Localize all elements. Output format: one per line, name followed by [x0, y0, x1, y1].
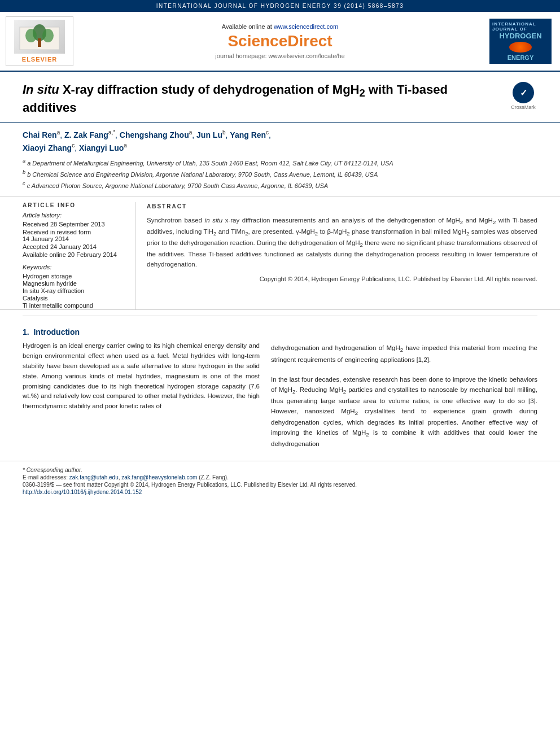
introduction-left: 1. Introduction Hydrogen is an ideal ene… [23, 327, 260, 449]
article-title: In situ X-ray diffraction study of dehyd… [23, 82, 485, 116]
article-body: Article Info Article history: Received 2… [0, 196, 560, 310]
authors-line2: Xiaoyi Zhangc, Xiangyi Luoa [23, 141, 537, 154]
doi-footnote: http://dx.doi.org/10.1016/j.ijhydene.201… [23, 489, 537, 495]
abstract-heading: Abstract [147, 202, 537, 211]
sciencedirect-url[interactable]: www.sciencedirect.com [274, 23, 338, 30]
accepted-date: Accepted 24 January 2014 [23, 243, 129, 250]
introduction-number: 1. [23, 327, 29, 337]
affiliation-c: c c Advanced Photon Source, Argonne Nati… [23, 180, 537, 190]
svg-rect-4 [38, 38, 41, 47]
received-revised-date: Received in revised form14 January 2014 [23, 229, 129, 242]
svg-point-3 [42, 29, 54, 42]
available-online-text: Available online at www.sciencedirect.co… [222, 23, 338, 30]
title-section: In situ X-ray diffraction study of dehyd… [0, 72, 560, 123]
journal-header: ELSEVIER Available online at www.science… [0, 12, 560, 72]
abstract-text: Synchrotron based in situ x-ray diffract… [147, 216, 537, 270]
corresponding-label: * Corresponding author. [23, 467, 537, 473]
introduction-title: Introduction [33, 327, 80, 337]
abstract-copyright: Copyright © 2014, Hydrogen Energy Public… [147, 274, 537, 284]
email-footnote: E-mail addresses: zak.fang@utah.edu, zak… [23, 474, 537, 480]
footnotes-area: * Corresponding author. E-mail addresses… [0, 461, 560, 502]
issn-footnote: 0360-3199/$ — see front matter Copyright… [23, 482, 537, 488]
article-info-panel: Article Info Article history: Received 2… [23, 202, 135, 309]
affiliation-a: a a Department of Metallurgical Engineer… [23, 158, 537, 168]
email-link-2[interactable]: zak.fang@heavystonelab.com [121, 474, 197, 480]
journal-logo-graphic [509, 42, 532, 53]
authors-section: Chai Rena, Z. Zak Fanga,*, Chengshang Zh… [0, 123, 560, 197]
elsevier-logo: ELSEVIER [6, 16, 73, 66]
author-xiangyi-luo: Xiangyi Luo [79, 143, 124, 152]
keyword-3: In situ X-ray diffraction [23, 287, 129, 294]
journal-logo-line1: INTERNATIONAL JOURNAL OF [492, 21, 549, 32]
journal-logo-right: INTERNATIONAL JOURNAL OF HYDROGEN ENERGY [487, 16, 554, 66]
journal-logo-energy: ENERGY [508, 54, 533, 61]
email-link-1[interactable]: zak.fang@utah.edu [69, 474, 119, 480]
author-xiaoyi-zhang: Xiaoyi Zhang [23, 143, 72, 152]
author-yang-ren: Yang Ren [230, 130, 266, 139]
abstract-section: Abstract Synchrotron based in situ x-ray… [147, 202, 537, 309]
received-date: Received 28 September 2013 [23, 221, 129, 228]
authors-line1: Chai Rena, Z. Zak Fanga,*, Chengshang Zh… [23, 128, 537, 141]
crossmark-badge[interactable]: ✓ CrossMark [509, 82, 537, 110]
introduction-heading: 1. Introduction [23, 327, 260, 337]
author-jun-lu: Jun Lu [196, 130, 222, 139]
svg-point-2 [25, 29, 37, 42]
affiliations: a a Department of Metallurgical Engineer… [23, 158, 537, 190]
keyword-2: Magnesium hydride [23, 280, 129, 287]
keyword-1: Hydrogen storage [23, 273, 129, 279]
journal-header-bar: International Journal of Hydrogen Energy… [0, 0, 560, 12]
journal-title-bar: International Journal of Hydrogen Energy… [156, 3, 404, 9]
elsevier-tree-icon [14, 20, 65, 54]
introduction-right: dehydrogenation and hydrogenation of MgH… [271, 327, 537, 449]
introduction-text-left: Hydrogen is an ideal energy carrier owin… [23, 341, 260, 412]
header-center: Available online at www.sciencedirect.co… [79, 16, 481, 66]
crossmark-icon: ✓ [513, 82, 534, 103]
article-info-heading: Article Info [23, 202, 129, 208]
keyword-4: Catalysis [23, 295, 129, 302]
author-chengshang-zhou: Chengshang Zhou [120, 130, 189, 139]
author-chai-ren: Chai Ren [23, 130, 57, 139]
introduction-section: 1. Introduction Hydrogen is an ideal ene… [0, 316, 560, 449]
author-zak-fang: Z. Zak Fang [64, 130, 108, 139]
sciencedirect-brand: ScienceDirect [228, 32, 332, 50]
journal-logo-hydrogen: HYDROGEN [499, 32, 541, 40]
keyword-5: Ti intermetallic compound [23, 302, 129, 309]
introduction-text-right: dehydrogenation and hydrogenation of MgH… [271, 343, 537, 449]
available-online-date: Available online 20 February 2014 [23, 251, 129, 258]
journal-homepage-link: journal homepage: www.elsevier.com/locat… [215, 53, 344, 59]
doi-link[interactable]: http://dx.doi.org/10.1016/j.ijhydene.201… [23, 489, 142, 495]
journal-logo-box: INTERNATIONAL JOURNAL OF HYDROGEN ENERGY [489, 19, 552, 64]
keywords-label: Keywords: [23, 264, 129, 270]
affiliation-b: b b Chemical Science and Engineering Div… [23, 169, 537, 179]
elsevier-brand-text: ELSEVIER [22, 56, 57, 63]
history-label: Article history: [23, 212, 129, 219]
crossmark-label: CrossMark [511, 104, 536, 110]
